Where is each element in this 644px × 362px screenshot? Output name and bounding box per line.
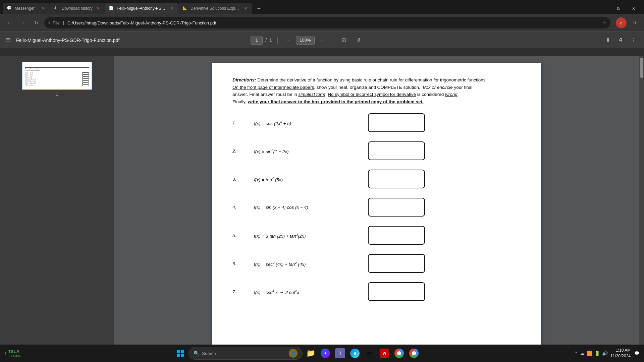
tab-download-close[interactable]: ✕ bbox=[95, 6, 101, 11]
chrome-logo-2 bbox=[409, 349, 419, 358]
tab-pdf-close[interactable]: ✕ bbox=[169, 6, 174, 11]
pdf-menu-icon[interactable]: ☰ bbox=[5, 37, 11, 44]
tray-battery-icon[interactable]: 🔋 bbox=[594, 351, 600, 356]
taskbar-right: ⌃ ☁ 📶 🔋 🔊 1:10 AM 11/20/2024 💬 bbox=[574, 347, 640, 360]
problem-expr-2: f(x) = sin3(1 − 2x) bbox=[254, 148, 355, 154]
problem-number-7: 7. bbox=[232, 289, 240, 294]
file-manager-icon[interactable]: 📁 bbox=[304, 347, 317, 360]
tray-cloud-icon[interactable]: ☁ bbox=[580, 351, 585, 356]
pdf-directions: Directions: Determine the derivative of … bbox=[232, 76, 521, 105]
pdf-page-separator: / bbox=[265, 38, 267, 43]
page-thumbnail-1[interactable]: ●—● Directions: Determine the derivative… bbox=[22, 62, 92, 90]
tab-download-history[interactable]: ⬇ Download history ✕ bbox=[50, 3, 105, 14]
directions-period: . bbox=[458, 92, 459, 97]
thumbnail-panel: ●—● Directions: Determine the derivative… bbox=[0, 56, 114, 362]
answer-box-7 bbox=[368, 282, 425, 301]
edge-icon[interactable]: e bbox=[348, 347, 362, 360]
tab-derivative-close[interactable]: ✕ bbox=[243, 6, 248, 11]
problem-item-4: 4. f(x) = sin (x + 4) cos (x − 4) bbox=[232, 198, 521, 217]
answer-box-1 bbox=[368, 113, 425, 132]
reload-button[interactable]: ↻ bbox=[31, 17, 42, 28]
tab-messenger-title: Messenger bbox=[15, 6, 38, 11]
problem-item-3: 3. f(x) = tan4 (5x) bbox=[232, 170, 521, 188]
directions-no-symbol: No symbol or incorrect symbol for deriva… bbox=[328, 92, 416, 97]
tray-chevron-icon[interactable]: ⌃ bbox=[574, 351, 578, 356]
browser-chrome: 💬 Messenger ✕ ⬇ Download history ✕ 📄 Fel… bbox=[0, 0, 644, 56]
answer-box-2 bbox=[368, 141, 425, 160]
window-controls: ─ ⧉ ✕ bbox=[595, 3, 641, 14]
tab-pdf-trigo[interactable]: 📄 Felix-Miguel-Anthony-PS-GDR ✕ bbox=[105, 3, 178, 14]
tray-volume-icon[interactable]: 🔊 bbox=[602, 351, 608, 356]
problem-item-5: 5. f(x) = 3 tan (2x) + tan3(2x) bbox=[232, 226, 521, 245]
chrome-icon-2[interactable] bbox=[407, 347, 421, 360]
problem-item-7: 7. f(x) = csc4 x − 2 cot2x bbox=[232, 282, 521, 301]
star-icon[interactable]: ☆ bbox=[603, 20, 606, 25]
tab-messenger[interactable]: 💬 Messenger ✕ bbox=[3, 3, 50, 14]
teams-icon[interactable]: T bbox=[333, 347, 347, 360]
forward-button[interactable]: → bbox=[17, 17, 28, 28]
rotate-button[interactable]: ↺ bbox=[353, 35, 364, 46]
new-tab-button[interactable]: + bbox=[254, 3, 264, 14]
stock-ticker: TSLA bbox=[8, 349, 21, 354]
copilot-icon[interactable]: ✦ bbox=[319, 347, 332, 360]
pdf-download-button[interactable]: ⬇ bbox=[602, 35, 613, 46]
zoom-in-button[interactable]: + bbox=[317, 35, 327, 46]
pdf-toolbar-right: ⬇ 🖨 ⋮ bbox=[602, 35, 639, 46]
pdf-zoom-input[interactable] bbox=[296, 36, 315, 45]
copilot-avatar: ✦ bbox=[321, 349, 330, 358]
problem-expr-3: f(x) = tan4 (5x) bbox=[254, 176, 355, 182]
maximize-button[interactable]: ⧉ bbox=[610, 3, 626, 14]
snip-tool-icon[interactable]: ✂ bbox=[363, 347, 376, 360]
close-button[interactable]: ✕ bbox=[626, 3, 641, 14]
problem-number-6: 6. bbox=[232, 261, 240, 266]
address-right: r ⠿ bbox=[616, 17, 640, 28]
tray-wifi-icon[interactable]: 📶 bbox=[587, 351, 592, 356]
clock-date: 11/20/2024 bbox=[610, 353, 631, 359]
start-button[interactable] bbox=[174, 347, 187, 360]
tab-download-title: Download history bbox=[62, 6, 93, 11]
extensions-button[interactable]: ⠿ bbox=[629, 17, 640, 28]
url-prefix: File bbox=[53, 20, 60, 25]
wps-icon[interactable]: W bbox=[378, 347, 391, 360]
directions-text-3: answer. Final answer must be in bbox=[232, 92, 299, 97]
problem-list: 1. f(x) = cos (2x3 + 5) 2. f(x) = sin3(1… bbox=[232, 113, 521, 301]
taskbar-center: 🔍 Search 👤 📁 ✦ T e ✂ W bbox=[22, 347, 573, 360]
tab-bar: 💬 Messenger ✕ ⬇ Download history ✕ 📄 Fel… bbox=[0, 0, 644, 14]
problem-item-6: 6. f(x) = sec2 (4x) + tan2 (4x) bbox=[232, 254, 521, 273]
pdf-page-input[interactable] bbox=[251, 36, 263, 45]
problem-number-3: 3. bbox=[232, 177, 240, 182]
scroll-thumb[interactable] bbox=[640, 58, 643, 78]
taskbar-search-bar[interactable]: 🔍 Search 👤 bbox=[189, 347, 303, 360]
taskbar: ↑ TSLA +1.64% 🔍 Search 👤 📁 bbox=[0, 345, 644, 362]
file-icon: ℹ bbox=[48, 20, 50, 25]
url-bar[interactable]: ℹ File | C:/Users/ihnag/Downloads/Felix-… bbox=[44, 17, 610, 28]
chrome-logo-1 bbox=[394, 349, 404, 358]
notification-button[interactable]: 💬 bbox=[633, 347, 640, 360]
directions-intermediate: On the front page of intermediate papers bbox=[232, 85, 314, 90]
directions-wrong: wrong bbox=[445, 92, 458, 97]
download-favicon: ⬇ bbox=[54, 6, 59, 11]
zoom-out-button[interactable]: − bbox=[283, 35, 294, 46]
stock-change: +1.64% bbox=[8, 354, 21, 358]
problem-expr-6: f(x) = sec2 (4x) + tan2 (4x) bbox=[254, 261, 355, 267]
problem-expr-7: f(x) = csc4 x − 2 cot2x bbox=[254, 289, 355, 295]
fit-page-button[interactable]: ⊡ bbox=[338, 35, 349, 46]
profile-avatar[interactable]: r bbox=[616, 17, 627, 28]
right-scrollbar[interactable] bbox=[639, 56, 644, 362]
minimize-button[interactable]: ─ bbox=[595, 3, 610, 14]
taskbar-search-icon: 🔍 bbox=[194, 351, 199, 356]
pdf-toolbar: ☰ Felix-Miguel-Anthony-PS-GDR-Trigo-Func… bbox=[0, 32, 644, 48]
pdf-content-area[interactable]: Directions: Determine the derivative of … bbox=[114, 56, 639, 362]
divider-2 bbox=[333, 37, 333, 44]
address-bar: ← → ↻ ℹ File | C:/Users/ihnag/Downloads/… bbox=[0, 14, 644, 32]
tab-messenger-close[interactable]: ✕ bbox=[40, 6, 46, 11]
chrome-icon-1[interactable] bbox=[392, 347, 406, 360]
back-button[interactable]: ← bbox=[4, 17, 15, 28]
system-clock[interactable]: 1:10 AM 11/20/2024 bbox=[610, 348, 631, 359]
pdf-print-button[interactable]: 🖨 bbox=[615, 35, 626, 46]
problem-number-2: 2. bbox=[232, 148, 240, 154]
tab-derivative-solutions[interactable]: 📐 Derivative Solutions Explained ✕ bbox=[178, 3, 252, 14]
main-content: ●—● Directions: Determine the derivative… bbox=[0, 56, 644, 362]
pdf-more-button[interactable]: ⋮ bbox=[628, 35, 639, 46]
problem-item-2: 2. f(x) = sin3(1 − 2x) bbox=[232, 141, 521, 160]
